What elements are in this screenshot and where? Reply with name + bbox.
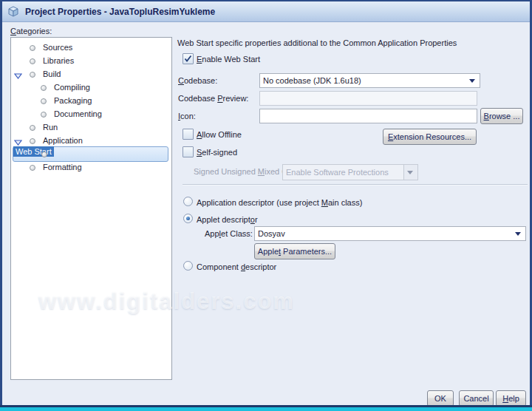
- chevron-down-icon: [469, 79, 475, 83]
- tree-bullet-icon: [30, 72, 35, 78]
- self-signed-checkbox[interactable]: [183, 146, 194, 157]
- icon-label: Icon:: [178, 112, 196, 120]
- project-properties-dialog: Project Properties - JavaTopluResimYukle…: [0, 0, 532, 411]
- tree-item-documenting[interactable]: Documenting: [11, 108, 170, 121]
- enable-web-start-checkbox[interactable]: [183, 53, 194, 64]
- tree-item-packaging[interactable]: Packaging: [11, 95, 170, 108]
- tree-bullet-icon: [41, 98, 47, 104]
- applet-descriptor-radio[interactable]: [183, 214, 193, 223]
- application-descriptor-label[interactable]: Application descriptor (use project Main…: [197, 198, 362, 207]
- tree-item-formatting[interactable]: Formatting: [11, 161, 170, 174]
- categories-tree: Sources Libraries Build Compiling Packag…: [10, 37, 172, 380]
- application-descriptor-radio[interactable]: [183, 197, 193, 206]
- component-descriptor-label[interactable]: Component descriptor: [197, 262, 276, 271]
- panel-description: Web Start specific properties additional…: [177, 38, 457, 47]
- codebase-preview-field[interactable]: [259, 91, 477, 106]
- watermark-text: www.digitalders.com: [38, 288, 295, 315]
- tree-item-sources[interactable]: Sources: [11, 41, 170, 55]
- expander-open-icon[interactable]: [14, 72, 22, 81]
- tree-bullet-icon: [30, 125, 35, 131]
- applet-class-label: Applet Class:: [205, 229, 253, 238]
- tree-bullet-icon: [30, 165, 35, 171]
- codebase-preview-label: Codebase Preview:: [178, 94, 248, 103]
- applet-descriptor-label[interactable]: Applet descriptor: [197, 215, 258, 224]
- tree-bullet-icon: [41, 85, 47, 91]
- extension-resources-button[interactable]: Extension Resources...: [383, 129, 477, 145]
- applet-class-combobox[interactable]: Dosyav: [254, 226, 526, 241]
- codebase-label: Codebase:: [178, 76, 217, 85]
- tree-item-web-start-selected[interactable]: Web Start: [13, 146, 168, 162]
- window-border-left: [0, 0, 2, 411]
- codebase-combobox[interactable]: No codebase (JDK 1.6u18): [259, 73, 480, 88]
- chevron-down-icon: [515, 232, 521, 236]
- allow-offline-label[interactable]: Allow Offline: [197, 130, 242, 139]
- allow-offline-checkbox[interactable]: [183, 129, 194, 140]
- browse-button[interactable]: Browse ...: [480, 108, 523, 124]
- categories-label: Categories:: [10, 27, 52, 35]
- window-border-bottom-glow: [0, 407, 532, 411]
- self-signed-label[interactable]: Self-signed: [197, 148, 237, 157]
- tree-item-build[interactable]: Build: [11, 68, 170, 81]
- checkmark-icon: [183, 54, 193, 64]
- project-cube-icon: [7, 6, 19, 18]
- section-divider: [183, 184, 528, 186]
- cancel-button[interactable]: Cancel: [459, 390, 494, 407]
- help-button[interactable]: Help: [496, 390, 526, 407]
- tree-item-run[interactable]: Run: [11, 121, 170, 135]
- enable-web-start-label[interactable]: Enable Web Start: [197, 55, 260, 64]
- tree-bullet-icon: [30, 45, 35, 51]
- mixed-code-combobox-disabled: Enable Software Protections: [282, 164, 418, 180]
- chevron-down-icon: [407, 171, 413, 174]
- window-title: Project Properties - JavaTopluResimYukle…: [25, 7, 215, 17]
- tree-item-libraries[interactable]: Libraries: [11, 55, 170, 68]
- ok-button[interactable]: OK: [427, 390, 454, 407]
- tree-bullet-icon: [41, 112, 47, 118]
- window-border-top: [0, 0, 532, 1]
- tree-bullet-icon: [30, 138, 35, 144]
- icon-field[interactable]: [259, 109, 477, 123]
- tree-item-compiling[interactable]: Compiling: [11, 81, 170, 95]
- tree-bullet-icon: [41, 152, 47, 157]
- tree-bullet-icon: [30, 58, 35, 64]
- component-descriptor-radio[interactable]: [183, 261, 193, 271]
- applet-parameters-button[interactable]: Applet Parameters...: [254, 243, 335, 259]
- titlebar[interactable]: Project Properties - JavaTopluResimYukle…: [2, 1, 530, 22]
